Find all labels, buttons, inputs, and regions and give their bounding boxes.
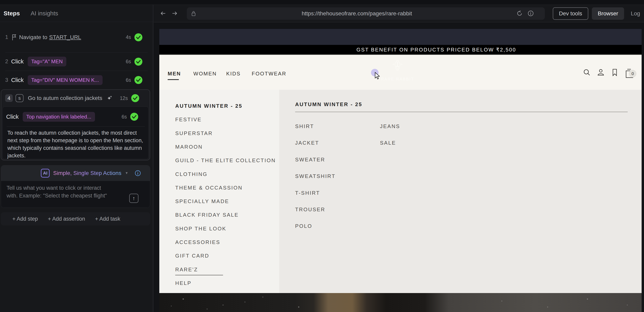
account-icon[interactable]	[597, 68, 605, 76]
nav-footwear[interactable]: FOOTWEAR	[252, 71, 286, 77]
menu-category-item[interactable]: SHOP THE LOOK	[175, 226, 226, 232]
step-duration: 6s	[126, 59, 131, 64]
step-row-3[interactable]: 3 Click Tag="DIV" MEN WOMEN K... 6s	[0, 71, 153, 89]
add-step-button[interactable]: + Add step	[12, 216, 38, 222]
success-check-icon	[134, 57, 142, 66]
back-button[interactable]	[160, 10, 166, 16]
nav-active-underline	[168, 79, 179, 80]
add-task-button[interactable]: + Add task	[95, 216, 120, 222]
menu-category-item[interactable]: GIFT CARD	[175, 253, 209, 259]
menu-category-item[interactable]: HELP	[175, 280, 192, 286]
menu-subcategory-item[interactable]: SWEATSHIRT	[295, 173, 336, 179]
ai-action-panel: AI Simple, Single Step Actions ▼ Tell us…	[1, 165, 150, 208]
menu-category-item[interactable]: SUPERSTAR	[175, 130, 213, 136]
menu-category-item[interactable]: RARE'Z	[175, 266, 198, 273]
step-duration: 6s	[126, 77, 131, 83]
menu-category-item[interactable]: BLACK FRIDAY SALE	[175, 212, 239, 218]
scenario-icon: s	[16, 94, 24, 102]
log-view-tab[interactable]: Log	[628, 7, 642, 20]
success-check-icon	[134, 76, 142, 84]
submit-arrow-button[interactable]: ↑	[129, 194, 138, 203]
step-group-4: 4 s Go to autum collection jackets 12s C…	[1, 89, 150, 161]
menu-category-item[interactable]: MAROON	[175, 144, 203, 150]
step-number: 3	[5, 77, 11, 83]
step-row-1[interactable]: 1 Navigate to START_URL 4s	[0, 22, 153, 53]
step-action: Click	[6, 113, 19, 120]
substep-row-click[interactable]: Click Top navigation link labeled... 6s	[2, 107, 148, 126]
menu-subcategory-item[interactable]: JEANS	[380, 123, 400, 129]
wishlist-bookmark-icon[interactable]	[611, 68, 619, 76]
step-duration: 6s	[122, 114, 127, 120]
menu-panel-heading: AUTUMN WINTER - 25	[295, 101, 362, 107]
menu-category-item[interactable]: GUILD - THE ELITE COLLECTION	[175, 158, 276, 164]
start-url-link[interactable]: START_URL	[49, 34, 81, 41]
menu-subcategory-item[interactable]: SHIRT	[295, 123, 314, 129]
ai-input-area: Tell us what you want to click or intera…	[1, 181, 150, 208]
page-info-icon[interactable]	[528, 10, 534, 16]
tab-steps[interactable]: Steps	[4, 10, 20, 17]
search-icon[interactable]	[583, 68, 591, 76]
announcement-banner: GST BENEFIT ON PRODUCTS PRICED BELOW ₹2,…	[159, 45, 642, 54]
rabbit-logo-icon: R R	[392, 60, 403, 72]
reload-icon[interactable]	[516, 10, 522, 16]
ai-panel-header[interactable]: AI Simple, Single Step Actions ▼	[1, 165, 150, 181]
menu-subcategory-item[interactable]: POLO	[295, 223, 312, 229]
step-number: 1	[5, 34, 11, 40]
menu-subcategory-item[interactable]: SALE	[380, 140, 396, 146]
chevron-down-icon[interactable]: ▼	[125, 171, 128, 175]
menu-subcategory-item[interactable]: JACKET	[295, 140, 319, 146]
forward-button[interactable]	[171, 10, 178, 16]
cart-count-badge: 0	[629, 70, 636, 77]
substep-card: Click Top navigation link labeled... 6s …	[2, 106, 148, 159]
selector-badge[interactable]: Tag="DIV" MEN WOMEN K...	[28, 75, 102, 85]
menu-panel-rule	[295, 112, 628, 112]
menu-category-item[interactable]: AUTUMN WINTER - 25	[175, 103, 242, 109]
selector-badge[interactable]: Tag="A" MEN	[28, 57, 66, 66]
browser-toolbar: https://thehouseofrare.com/pages/rare-ra…	[154, 5, 644, 22]
success-check-icon	[131, 94, 140, 102]
menu-category-item[interactable]: FESTIVE	[175, 116, 202, 123]
nav-women[interactable]: WOMEN	[193, 71, 217, 77]
url-bar[interactable]: https://thehouseofrare.com/pages/rare-ra…	[187, 7, 545, 20]
menu-category-item[interactable]: THEME & OCCASSION	[175, 185, 242, 191]
mega-menu: AUTUMN WINTER - 25FESTIVESUPERSTARMAROON…	[159, 90, 642, 293]
success-check-icon	[130, 112, 138, 121]
window-top-strip	[0, 0, 644, 5]
announcement-text: GST BENEFIT ON PRODUCTS PRICED BELOW ₹2,…	[356, 45, 516, 54]
url-text[interactable]: https://thehouseofrare.com/pages/rare-ra…	[187, 7, 545, 20]
step-text: Navigate to	[19, 34, 48, 41]
menu-subcategory-item[interactable]: SWEATER	[295, 157, 325, 163]
nav-kids[interactable]: KIDS	[226, 71, 241, 77]
ai-input-placeholder[interactable]: Tell us what you want to click or intera…	[6, 184, 110, 200]
sidebar-tabs: Steps AI insights	[0, 5, 153, 22]
success-check-icon	[134, 33, 142, 42]
step-number-box: 4	[5, 94, 13, 102]
step-row-2[interactable]: 2 Click Tag="A" MEN 6s	[0, 53, 153, 71]
svg-text:R: R	[401, 63, 402, 66]
rarez-underline	[175, 275, 223, 275]
tab-ai-insights[interactable]: AI insights	[31, 10, 58, 17]
menu-subcategory-item[interactable]: T-SHIRT	[295, 190, 320, 196]
browser-view-tab[interactable]: Browser	[592, 7, 624, 20]
step-duration: 12s	[120, 95, 128, 101]
mega-menu-categories: AUTUMN WINTER - 25FESTIVESUPERSTARMAROON…	[159, 90, 279, 293]
step-row-4[interactable]: 4 s Go to autum collection jackets 12s	[1, 90, 150, 106]
step-text: Go to autum collection jackets	[28, 95, 102, 101]
menu-category-item[interactable]: SPECIALLY MADE	[175, 198, 229, 205]
nav-men[interactable]: MEN	[168, 71, 181, 77]
menu-category-item[interactable]: CLOTHING	[175, 171, 208, 177]
ai-badge-icon: AI	[41, 169, 50, 178]
add-actions-bar: + Add step + Add assertion + Add task	[1, 212, 150, 225]
step-number: 2	[5, 58, 11, 65]
menu-subcategory-item[interactable]: TROUSER	[295, 207, 326, 213]
ai-mode-label: Simple, Single Step Actions	[53, 170, 121, 176]
step-duration: 4s	[126, 34, 131, 40]
selector-badge[interactable]: Top navigation link labeled...	[23, 112, 95, 122]
flag-icon	[11, 34, 17, 41]
menu-category-item[interactable]: ACCESSORIES	[175, 239, 220, 245]
info-icon[interactable]	[135, 170, 141, 176]
dev-tools-button[interactable]: Dev tools	[553, 7, 588, 20]
page-top-dark-header	[159, 29, 642, 45]
webpage-viewport: GST BENEFIT ON PRODUCTS PRICED BELOW ₹2,…	[159, 29, 642, 312]
add-assertion-button[interactable]: + Add assertion	[48, 216, 85, 222]
